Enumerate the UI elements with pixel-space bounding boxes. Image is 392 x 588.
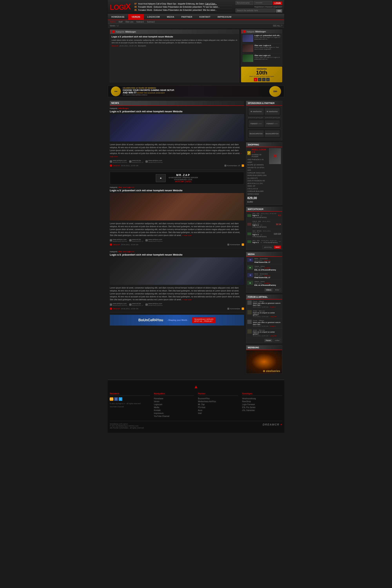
link-url-3-1[interactable]: www.art4you.com [113,302,127,304]
page-4[interactable]: 4 [266,78,270,81]
footer-partner-mrzap[interactable]: Mr. Zap [198,403,238,406]
top-article-link[interactable]: Logix e.V. präsentiert sich mit einer ko… [112,36,173,38]
footer-col-network: Netzwerk RSS f t © 2011 by logit e.V. - … [110,392,150,418]
login-button[interactable]: LOGIN [273,2,282,5]
forum-section: FORUM & ARTIKEL Forum Offtopic Wann war … [246,294,282,343]
search-input[interactable] [236,8,276,12]
footer-s-reershop[interactable]: ReerShop [242,400,282,402]
footer-nav-kontakt[interactable]: Kontakt [154,409,194,412]
nav-link-logixcom[interactable]: LOGIXCOM [144,14,164,20]
link-url-2-1[interactable]: www.art4you.com [113,238,127,240]
sub-nav-teams[interactable]: Teams [110,21,116,23]
match-3-team2: mTw.wundFactory [252,236,267,238]
rss-social-icon[interactable]: RSS [110,397,113,401]
shopping-brand: REELL LOGIX e.V. GAMING 09 POWER [252,148,268,158]
sponsor-bouncer: BoUnCeR4YOU BoUnCeR4YOU [247,129,281,138]
nav-link-impressum[interactable]: IMPRESSUM [214,14,235,20]
nav-item-homebase[interactable]: HOMEBASE [108,14,128,20]
news-title: NEWS [111,102,119,104]
top-header: LOGIX 07 #csst #cod #players Call of Dut… [108,0,284,14]
forum-tab-artikel[interactable]: Artikel [273,339,281,342]
nav-link-partner[interactable]: PARTNER [178,14,196,20]
footer-partner-asus[interactable]: Asus [198,409,238,412]
match-2-team2: mTw.wundFactory [252,226,267,228]
main-content: NEWS Kategorie: Mitteilungen Logix e.V. … [110,101,244,376]
nav-link-media[interactable]: MEDIA [163,14,178,20]
link-url-2-3[interactable]: www.art4you.com [148,238,163,240]
footer-partner-bouncer[interactable]: Bouncer4You [198,397,238,400]
top-article-tag: dzconprim [138,45,146,47]
nav-item-media[interactable]: MEDIA [163,14,178,20]
page-1[interactable]: 1 [254,78,257,81]
nav-link-kontakt[interactable]: KONTAKT [196,14,214,20]
nav-link-verein[interactable]: VEREIN [128,14,144,20]
username-input[interactable] [236,1,253,5]
link-url-3-2[interactable]: www.esl.de [132,302,144,304]
forgot-password-link[interactable]: Passwort vergessen? [266,6,282,8]
read-more-3[interactable]: » read more [182,299,192,301]
link-url-1[interactable]: www.art4you.com [113,160,127,162]
facebook-social-icon[interactable]: f [114,397,118,401]
nav-link-homebase[interactable]: HOMEBASE [108,14,128,20]
sub-nav-sub1[interactable]: Subnav1 [136,21,144,23]
read-more-1[interactable]: » read more [110,152,242,158]
article-2-link[interactable]: Logix e.V. präsentiert sich mit einer ko… [110,189,182,192]
nav-item-kontakt[interactable]: KONTAKT [196,14,214,20]
footer-nav-impressum[interactable]: Impressum [154,412,194,414]
forum-tab-forum[interactable]: Forum [264,339,272,342]
sub-nav-ueber-uns[interactable]: Über uns [126,21,134,23]
footer-s-cgl[interactable]: cGL Gamestar [242,409,282,412]
comment-bubble-icon [224,165,226,166]
ticker-item: 05 Forsaken World - Exklusive Video-Präs… [134,8,232,12]
link-url-3-3[interactable]: www.art4you.com [148,302,163,304]
footer-partner-intel[interactable]: Intel [198,412,238,414]
media-meta-2: 29.01.2011, DevRBB [254,267,281,269]
match-tab-upcoming[interactable]: upcoming [262,246,273,249]
footer-nav-youtube[interactable]: YouTube Channel [154,415,194,417]
top-article-date: 29.04.2011, 15:00 Uhr [119,45,137,47]
see-all-link[interactable]: SEE ALL ? [273,25,282,27]
link-url-3[interactable]: www.art4you.com [148,160,163,162]
nav-item-verein[interactable]: VEREIN [128,14,144,20]
footer-partner-art4you[interactable]: Medienhaus Art4You [198,400,238,402]
footer-partner-pshost[interactable]: PS-Host [198,406,238,408]
footer-s-vereinsordnung[interactable]: Vereinsordnung [242,397,282,400]
footer-sonstiges-list: Vereinsordnung ReerShop Logix Fanwear ES… [242,397,282,412]
link-url-2-2[interactable]: www.esl.de [132,238,144,240]
article-1-title: Logix e.V. präsentiert sich mit einer ko… [110,110,244,113]
link-item-1: www.art4you.comMedienhaus Art4You [110,160,127,163]
footer-nav-media[interactable]: Media [154,406,194,408]
article-1-text: Lorem ipsum dolor sit amet, consecetur s… [110,143,244,158]
nav-item-logixcom[interactable]: LOGIXCOM [144,14,164,20]
footer-nav-verein[interactable]: Verein [154,400,194,402]
article-1-link[interactable]: Logix e.V. präsentiert sich mit einer ko… [110,110,182,113]
search-button[interactable]: GO [276,9,282,12]
link-url-2[interactable]: www.esl.de [132,160,144,162]
cat-label-right: Kategorie: Mitteilungen [247,30,266,33]
match-tab-latest[interactable]: latest [274,246,281,249]
media-tab-bilder[interactable]: Bilder [274,288,281,292]
forum-item-4: Artikel Über uns Kann es im eSport so we… [246,328,282,338]
footer-grid: Netzwerk RSS f t © 2011 by logit e.V. - … [110,392,282,418]
sub-nav-staff[interactable]: Staff [118,21,122,23]
nav-item-impressum[interactable]: IMPRESSUM [214,14,235,20]
media-icon-4: ▶ [247,281,253,285]
read-more-2[interactable]: » read more [182,234,192,236]
page-3[interactable]: 3 [262,78,266,81]
article-3-link[interactable]: Logix e.V. präsentiert sich mit einer ko… [110,253,182,256]
nav-item-partner[interactable]: PARTNER [178,14,196,20]
media-tab-videos[interactable]: Videos [264,288,273,292]
match-game-icon-2 [247,223,251,226]
footer-nav-homebase[interactable]: Homebase [154,397,194,400]
article-1-right: Kommentare 1/5 [224,164,244,167]
register-link[interactable]: Registrieren [254,6,264,8]
footer-nav-logixcom[interactable]: Logixcom [154,403,194,406]
footer-s-eslpro[interactable]: ESL Pro Series [242,406,282,408]
twitter-social-icon[interactable]: t [119,397,122,401]
page-2[interactable]: 2 [258,78,262,81]
mrzap-text: MR.ZAP GAMESERVER • PREPAID SERVER VOICE… [168,174,198,183]
password-input[interactable] [254,1,272,5]
link-icon-2-1 [110,239,112,242]
sub-nav-sub2[interactable]: Subnav2 [147,21,155,23]
footer-s-fanwear[interactable]: Logix Fanwear [242,403,282,406]
